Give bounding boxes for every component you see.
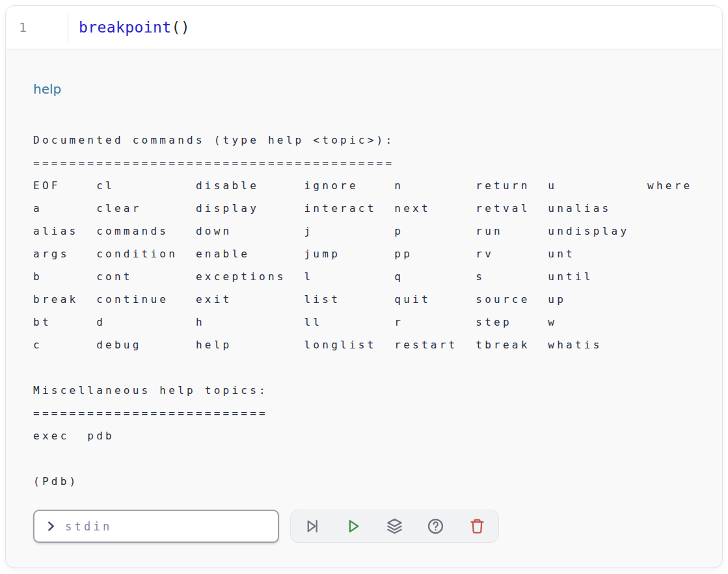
skip-next-button[interactable] [301, 515, 324, 538]
prompt-chevron-icon [45, 520, 57, 532]
play-icon [345, 517, 362, 535]
console-area: help Documented commands (type help <top… [6, 49, 722, 543]
debugger-panel: 1 breakpoint() help Documented commands … [5, 5, 723, 568]
clear-button[interactable] [465, 515, 489, 538]
code-paren-token: () [171, 19, 190, 36]
code-function-token: breakpoint [79, 19, 171, 36]
help-circle-icon [427, 517, 444, 535]
trash-icon [468, 517, 486, 535]
stdin-input[interactable] [64, 519, 270, 534]
console-output: Documented commands (type help <topic>):… [33, 106, 696, 493]
skip-next-icon [304, 517, 321, 535]
layers-icon [386, 517, 403, 535]
line-number: 1 [6, 6, 68, 49]
stdin-input-box[interactable] [33, 510, 279, 543]
resume-button[interactable] [342, 515, 365, 538]
code-content: breakpoint() [68, 6, 190, 49]
code-editor-line[interactable]: 1 breakpoint() [6, 6, 722, 49]
debugger-toolbar [290, 510, 499, 543]
stack-button[interactable] [383, 515, 407, 538]
console-echo-input: help [33, 81, 696, 98]
help-button[interactable] [424, 515, 448, 538]
debugger-controls [33, 510, 696, 543]
